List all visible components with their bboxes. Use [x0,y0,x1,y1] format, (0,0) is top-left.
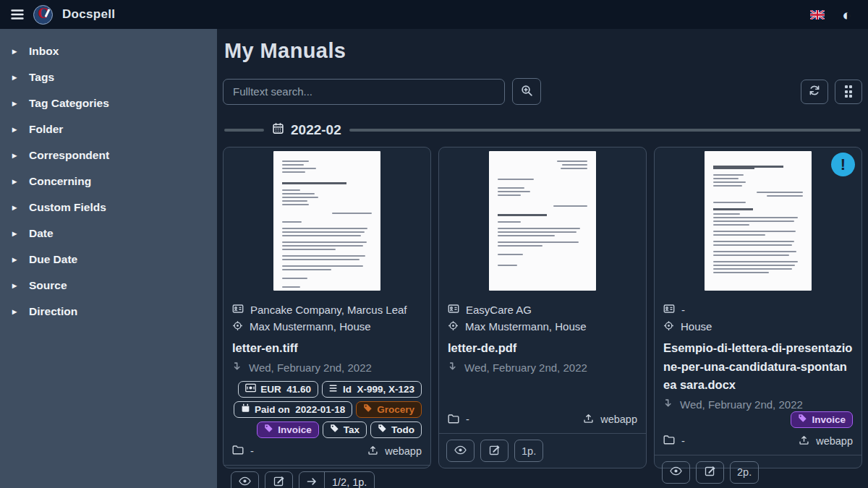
tag-icon [330,424,339,435]
uk-flag-language-icon[interactable] [810,10,825,20]
arrow-down-icon [232,361,242,374]
folder-value: - [466,414,469,425]
sidebar-item-concerning[interactable]: ▸Concerning [0,168,217,194]
menu-icon[interactable] [11,9,24,20]
date-group-label: 2022-02 [291,122,341,138]
card-actions: 2p. [655,455,861,488]
sidebar-item-source[interactable]: ▸Source [0,273,217,299]
edit-button[interactable] [265,471,293,488]
item-name[interactable]: letter-en.tiff [232,339,422,358]
edit-button[interactable] [696,461,724,484]
folder-row: - webapp [663,428,853,455]
item-date: Wed, February 2nd, 2022 [663,398,853,411]
document-thumbnail[interactable] [439,147,646,294]
crosshairs-icon [448,320,459,333]
sidebar-item-tag-categories[interactable]: ▸Tag Categories [0,90,217,116]
source-label: webapp [799,435,853,448]
tag-icon [378,424,387,435]
sidebar-item-direction[interactable]: ▸Direction [0,299,217,325]
preview-button[interactable] [662,461,690,484]
upload-icon [799,435,809,448]
upload-icon [583,413,594,426]
preview-button[interactable] [446,440,475,462]
correspondent-line: - [663,303,853,317]
item-card[interactable]: Pancake Company, Marcus Leaf Max Musterm… [223,147,431,468]
preview-button[interactable] [231,471,259,488]
due-date-badge: Paid on 2022-01-18 [234,401,352,418]
source-label: webapp [583,413,637,426]
tag-badge-invoice: Invoice [257,421,319,438]
next-attachment-button[interactable] [299,472,324,488]
caret-right-icon: ▸ [12,46,19,56]
docspell-logo-icon[interactable]: C [33,5,53,25]
correspondent-line: Pancake Company, Marcus Leaf [232,303,422,317]
page-count-label: 1/2, 1p. [324,472,374,488]
caret-right-icon: ▸ [12,281,19,291]
sidebar-item-inbox[interactable]: ▸Inbox [0,38,217,64]
search-button[interactable] [512,78,541,105]
caret-right-icon: ▸ [12,98,19,108]
refresh-button[interactable] [801,80,828,104]
concerning-line: Max Mustermann, House [448,320,637,333]
edit-button[interactable] [480,440,509,462]
page-count-label: 2p. [730,461,759,484]
item-name[interactable]: Esempio-di-lettera-di-presentazione-per-… [663,339,853,395]
concerning-line: House [663,320,853,333]
tag-badge-invoice: Invoice [791,411,853,428]
tag-icon [264,424,273,435]
dark-mode-toggle-icon[interactable]: ◐ [842,7,851,22]
caret-right-icon: ▸ [12,307,19,317]
filter-sidebar: ▸Inbox ▸Tags ▸Tag Categories ▸Folder ▸Co… [0,29,217,488]
fulltext-search-input[interactable] [223,79,505,105]
custom-field-amount-badge: EUR 41.60 [238,381,318,398]
card-actions: 1p. [439,433,646,468]
sidebar-item-custom-fields[interactable]: ▸Custom Fields [0,194,217,221]
search-plus-icon [521,85,533,99]
pages-button-group: 1/2, 1p. [299,471,375,488]
edit-icon [273,476,284,488]
folder-value: - [250,445,254,457]
address-card-icon [663,303,675,317]
folder-row: - webapp [448,406,637,433]
arrow-down-icon [663,398,673,411]
document-thumbnail[interactable] [655,147,861,294]
view-mode-button[interactable] [835,80,862,104]
item-card[interactable]: EasyCare AG Max Mustermann, House letter… [438,147,647,468]
sidebar-item-folder[interactable]: ▸Folder [0,116,217,142]
sidebar-item-tags[interactable]: ▸Tags [0,64,217,90]
navbar-right: ◐ [810,7,857,22]
card-actions: 1/2, 1p. [224,465,430,488]
address-card-icon [448,303,459,317]
tag-badge-tax: Tax [323,421,367,438]
edit-icon [489,445,500,458]
caret-right-icon: ▸ [12,72,19,82]
edit-icon [705,466,715,479]
caret-right-icon: ▸ [12,124,19,134]
crosshairs-icon [663,320,674,333]
sidebar-item-correspondent[interactable]: ▸Correspondent [0,142,217,168]
list-icon [329,384,339,395]
arrow-down-icon [448,361,457,374]
arrow-right-icon [307,476,317,488]
eye-icon [239,476,251,488]
source-label: webapp [367,445,422,458]
item-name[interactable]: letter-de.pdf [448,339,637,358]
folder-value: - [681,435,685,447]
caret-right-icon: ▸ [12,228,19,239]
notification-exclamation-icon[interactable]: ! [831,153,855,176]
eye-icon [454,445,467,457]
sidebar-item-due-date[interactable]: ▸Due Date [0,247,217,273]
item-card[interactable]: ! - [654,147,862,468]
sidebar-item-date[interactable]: ▸Date [0,221,217,247]
folder-icon [448,414,459,426]
money-bill-icon [245,383,256,395]
calendar-check-icon [241,403,250,415]
page-count-label: 1p. [514,440,543,462]
date-group-divider: 2022-02 [223,122,862,138]
refresh-icon [809,85,820,98]
item-date: Wed, February 2nd, 2022 [232,361,422,374]
tag-badge-todo: Todo [370,421,422,438]
folder-icon [232,445,244,457]
document-thumbnail[interactable] [224,147,430,294]
page-title: My Manuals [224,39,862,63]
